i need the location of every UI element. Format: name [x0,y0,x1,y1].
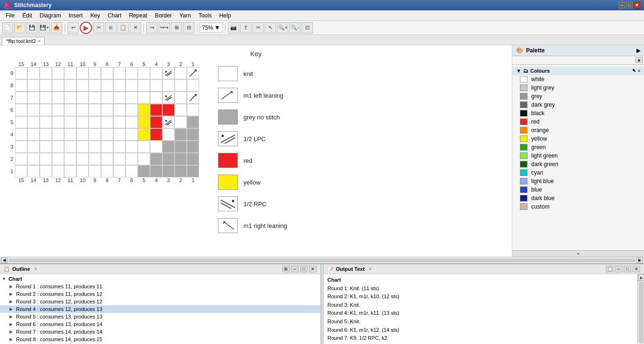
colour-item-orange[interactable]: orange [512,126,644,134]
grid-cell[interactable] [138,165,150,177]
grid-cell[interactable] [162,165,175,177]
zoom-out-btn[interactable]: 🔍- [289,22,301,34]
cursor-btn[interactable]: ↖ [265,22,276,34]
grid-cell[interactable] [101,67,113,79]
undo-btn[interactable]: ↩ [67,22,79,34]
colours-options-icon[interactable]: ≡ [638,68,640,73]
outline-close-x[interactable]: ✕ [34,267,38,271]
grid-cell[interactable] [138,141,150,153]
grid-cell[interactable] [150,79,162,92]
grid-cell[interactable] [76,153,89,165]
colour-item-yellow[interactable]: yellow [512,134,644,143]
grid-cell[interactable] [175,116,187,128]
grid-cell[interactable] [150,116,162,128]
minimize-btn[interactable]: ─ [619,2,625,8]
grid-cell[interactable] [125,153,138,165]
grid-cell[interactable] [64,165,76,177]
grid-cell[interactable] [138,104,150,116]
hscroll-track[interactable] [8,259,636,262]
grid-cell[interactable] [15,79,27,92]
grid-cell[interactable] [138,79,150,92]
zoom-dropdown-btn[interactable]: ▼ [214,24,220,31]
grid-cell[interactable] [76,92,89,104]
grid-cell[interactable] [162,128,175,141]
output-close-x[interactable]: ✕ [368,267,372,271]
grid-cell[interactable] [52,116,64,128]
menu-item-key[interactable]: Key [86,11,104,20]
grid-cell[interactable] [138,128,150,141]
open-btn[interactable]: 📂 [14,22,25,34]
grid-cell[interactable] [187,67,199,79]
menu-item-file[interactable]: File [2,11,18,20]
menu-item-tools[interactable]: Tools [195,11,216,20]
grid-cell[interactable] [175,141,187,153]
colour-item-black[interactable]: black [512,109,644,117]
outline-item-7[interactable]: ▶Round 8 : consumes 14, produces 15 [0,336,320,343]
palette-scroll-up[interactable]: ▲ [635,57,643,63]
grid-cell[interactable] [175,104,187,116]
new-btn[interactable]: 📄 [2,22,13,34]
menu-item-insert[interactable]: Insert [65,11,86,20]
grid-cell[interactable] [175,79,187,92]
colour-item-grey[interactable]: grey [512,92,644,101]
grid-cell[interactable] [64,104,76,116]
scissors-btn[interactable]: ✂ [93,22,104,34]
grid-cell[interactable] [89,165,101,177]
grid-cell[interactable] [101,128,113,141]
grid-cell[interactable] [15,116,27,128]
grid-cell[interactable] [113,128,125,141]
grid-cell[interactable] [187,128,199,141]
run-btn[interactable]: ▶ [80,22,92,34]
grid-cell[interactable] [76,141,89,153]
grid-cell[interactable] [64,128,76,141]
grid-cell[interactable] [187,116,199,128]
grid-cell[interactable] [187,79,199,92]
grid-cell[interactable] [52,79,64,92]
hscroll-left[interactable]: ◀ [1,258,8,263]
outline-btn3[interactable]: □ [300,266,308,272]
grid-cell[interactable] [125,67,138,79]
colour-item-light-blue[interactable]: light blue [512,177,644,185]
grid-cell[interactable] [187,153,199,165]
grid-cell[interactable] [113,141,125,153]
outline-item-6[interactable]: ▶Round 7 : consumes 14, produces 14 [0,328,320,336]
grid-cell[interactable] [64,153,76,165]
outline-root[interactable]: ▼ Chart [0,275,320,283]
grid-cell[interactable] [27,165,40,177]
grid-cell[interactable] [175,92,187,104]
save-btn[interactable]: 💾 [26,22,38,34]
grid-cell[interactable] [187,92,199,104]
grid-cell[interactable] [89,141,101,153]
grid-cell[interactable] [27,92,40,104]
grid-cell[interactable] [89,79,101,92]
colour-item-white[interactable]: white [512,75,644,84]
cut2-btn[interactable]: ✂ [252,22,264,34]
grid-cell[interactable] [15,165,27,177]
grid-cell[interactable] [101,104,113,116]
grid-cell[interactable] [113,104,125,116]
save-as-btn[interactable]: 💾+ [39,22,50,34]
colour-item-red[interactable]: red [512,117,644,126]
grid-cell[interactable] [162,141,175,153]
export-btn[interactable]: 📤 [51,22,62,34]
grid-cell[interactable] [187,141,199,153]
hscroll-right[interactable]: ▶ [636,258,643,263]
grid-cell[interactable] [101,79,113,92]
grid-cell[interactable] [113,116,125,128]
menu-item-help[interactable]: Help [216,11,235,20]
grid-cell[interactable] [40,165,52,177]
grid-cell[interactable] [89,92,101,104]
grid-cell[interactable] [101,116,113,128]
outline-item-3[interactable]: ▶Round 4 : consumes 12, produces 13 [0,305,320,313]
chart-grid[interactable]: 987654321 [5,67,199,177]
grid-cell[interactable] [52,128,64,141]
outline-item-4[interactable]: ▶Round 5 : consumes 13, produces 13 [0,313,320,320]
grid-cell[interactable] [40,79,52,92]
colour-item-dark-grey[interactable]: dark grey [512,101,644,109]
grid-cell[interactable] [150,141,162,153]
grid-cell[interactable] [162,116,175,128]
menu-item-diagram[interactable]: Diagram [36,11,65,20]
output-scroll-up[interactable]: ▲ [638,274,644,281]
grid-cell[interactable] [15,153,27,165]
grid-cell[interactable] [101,92,113,104]
